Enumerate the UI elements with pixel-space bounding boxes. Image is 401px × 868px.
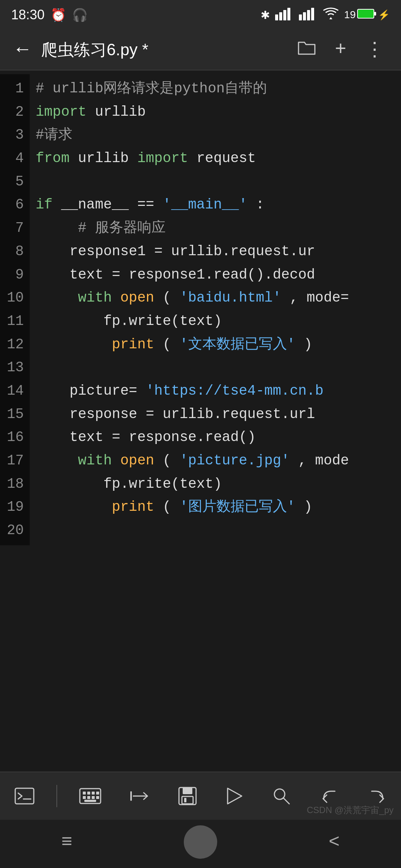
signal-icon2 xyxy=(299,7,317,23)
line-num: 6 xyxy=(3,193,24,217)
svg-rect-9 xyxy=(374,12,376,16)
svg-rect-18 xyxy=(87,796,90,799)
status-bar: 18:30 ⏰ 🎧 ✱ xyxy=(0,0,401,30)
svg-rect-0 xyxy=(275,14,278,20)
tab-button[interactable] xyxy=(123,784,156,808)
line-num: 10 xyxy=(3,286,24,310)
svg-rect-16 xyxy=(96,792,99,795)
svg-rect-13 xyxy=(83,792,86,795)
code-line-6: if __name__ == '__main__' : xyxy=(36,193,395,217)
run-button[interactable] xyxy=(219,783,251,809)
code-line-4: from urllib import request xyxy=(36,147,395,170)
code-line-5 xyxy=(36,170,395,194)
svg-rect-17 xyxy=(83,796,86,799)
line-num: 17 xyxy=(3,449,24,473)
line-num: 4 xyxy=(3,147,24,170)
code-line-12: print ( '文本数据已写入' ) xyxy=(36,333,395,356)
search-button[interactable] xyxy=(265,783,298,809)
svg-marker-28 xyxy=(228,788,242,804)
status-left: 18:30 ⏰ 🎧 xyxy=(11,7,88,23)
line-num: 15 xyxy=(3,403,24,426)
svg-rect-14 xyxy=(87,792,90,795)
signal-icon xyxy=(275,7,294,23)
back-button[interactable]: ← xyxy=(11,35,34,65)
bluetooth-icon: ✱ xyxy=(261,9,270,22)
code-line-10: with open ( 'baidu.html' , mode= xyxy=(36,286,395,310)
home-button[interactable] xyxy=(184,825,217,859)
svg-rect-20 xyxy=(96,796,99,799)
code-line-15: response = urllib.request.url xyxy=(36,403,395,426)
svg-rect-15 xyxy=(92,792,95,795)
svg-rect-26 xyxy=(182,796,193,804)
code-line-8: response1 = urllib.request.ur xyxy=(36,240,395,263)
line-num: 20 xyxy=(3,519,24,542)
code-line-19: print ( '图片数据已写入' ) xyxy=(36,496,395,519)
status-time: 18:30 xyxy=(11,7,45,23)
svg-line-30 xyxy=(283,798,289,804)
svg-rect-21 xyxy=(84,800,96,802)
code-line-1: # urllib网络请求是python自带的 xyxy=(36,77,395,101)
terminal-button[interactable] xyxy=(7,784,42,808)
code-line-9: text = response1.read().decod xyxy=(36,263,395,287)
svg-rect-10 xyxy=(15,788,34,804)
code-line-7: # 服务器响应 xyxy=(36,217,395,240)
code-line-2: import urllib xyxy=(36,101,395,124)
menu-button[interactable]: ≡ xyxy=(50,828,84,857)
keyboard-button[interactable] xyxy=(72,784,109,808)
svg-rect-27 xyxy=(184,798,186,802)
svg-rect-6 xyxy=(307,10,310,20)
code-line-16: text = response.read() xyxy=(36,426,395,449)
svg-rect-7 xyxy=(311,8,314,20)
watermark: CSDN @洪荒宇宙_py xyxy=(307,804,394,816)
save-button[interactable] xyxy=(171,783,204,809)
nav-bar: ≡ < xyxy=(0,820,401,868)
line-num: 16 xyxy=(3,426,24,449)
line-num: 9 xyxy=(3,263,24,287)
folder-button[interactable] xyxy=(291,36,322,64)
line-num: 12 xyxy=(3,333,24,356)
code-line-20 xyxy=(36,519,395,542)
battery-icon: 19 ⚡ xyxy=(344,9,390,21)
line-num: 3 xyxy=(3,124,24,147)
code-lines[interactable]: # urllib网络请求是python自带的 import urllib #请求… xyxy=(30,74,401,545)
svg-rect-19 xyxy=(92,796,95,799)
more-button[interactable]: ⋮ xyxy=(359,34,390,65)
code-line-11: fp.write(text) xyxy=(36,310,395,333)
code-line-13 xyxy=(36,356,395,379)
line-num: 2 xyxy=(3,101,24,124)
clock-icon: ⏰ xyxy=(50,7,66,22)
line-num: 13 xyxy=(3,356,24,379)
code-editor: 1 2 3 4 5 6 7 8 9 10 11 12 13 14 15 16 1… xyxy=(0,70,401,772)
toolbar-divider xyxy=(56,785,57,807)
line-num: 7 xyxy=(3,217,24,240)
toolbar: ← 爬虫练习6.py * + ⋮ xyxy=(0,30,401,70)
line-num: 5 xyxy=(3,170,24,194)
line-num: 14 xyxy=(3,379,24,403)
line-num: 1 xyxy=(3,77,24,101)
line-num: 8 xyxy=(3,240,24,263)
headphone-icon: 🎧 xyxy=(72,7,88,22)
back-nav-button[interactable]: < xyxy=(317,828,351,857)
wifi-icon xyxy=(323,7,339,23)
file-title: 爬虫练习6.py * xyxy=(41,39,284,61)
line-numbers: 1 2 3 4 5 6 7 8 9 10 11 12 13 14 15 16 1… xyxy=(0,74,30,545)
line-num: 18 xyxy=(3,473,24,496)
line-num: 11 xyxy=(3,310,24,333)
code-line-14: picture= 'https://tse4-mm.cn.b xyxy=(36,379,395,403)
add-button[interactable]: + xyxy=(329,35,352,65)
charging-icon: ⚡ xyxy=(378,9,390,21)
svg-rect-5 xyxy=(303,12,306,20)
line-num: 19 xyxy=(3,496,24,519)
code-line-17: with open ( 'picture.jpg' , mode xyxy=(36,449,395,473)
svg-rect-1 xyxy=(279,12,282,20)
svg-rect-25 xyxy=(183,788,192,794)
svg-rect-3 xyxy=(287,8,290,20)
svg-rect-4 xyxy=(299,14,302,20)
svg-rect-2 xyxy=(283,10,286,20)
svg-rect-8 xyxy=(358,9,374,18)
code-line-18: fp.write(text) xyxy=(36,473,395,496)
status-right: ✱ xyxy=(261,7,390,23)
code-line-3: #请求 xyxy=(36,124,395,147)
